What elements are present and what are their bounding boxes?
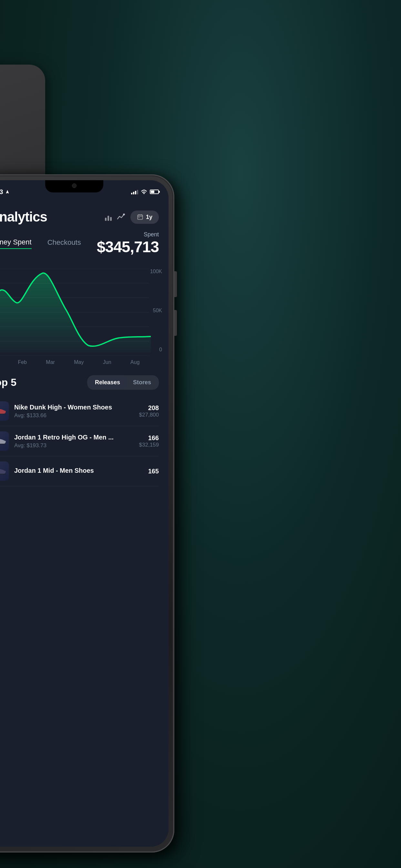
item-name-1: Nike Dunk High - Women Shoes xyxy=(14,404,134,411)
bar-chart-icon[interactable] xyxy=(105,213,112,221)
item-name-2: Jordan 1 Retro High OG - Men ... xyxy=(14,434,134,441)
calendar-icon xyxy=(137,214,143,220)
shoe-icon-2 xyxy=(0,437,6,445)
item-total-1: $27,800 xyxy=(139,412,159,418)
item-count-2: 166 xyxy=(139,434,159,442)
y-label-50k: 50K xyxy=(153,308,162,314)
y-label-100k: 100K xyxy=(150,269,162,275)
app-title: Analytics xyxy=(0,209,47,225)
period-button[interactable]: 1y xyxy=(130,211,159,224)
app-content: Analytics xyxy=(0,199,168,847)
line-chart-icon[interactable] xyxy=(117,213,125,221)
chart-fill xyxy=(0,273,151,352)
signal-icon xyxy=(131,189,138,194)
chart-y-labels: 100K 50K 0 xyxy=(150,269,162,352)
tabs-row: Money Spent Checkouts Spent $345,713 xyxy=(0,231,168,262)
top5-tabs: Releases Stores xyxy=(87,375,159,390)
tab-checkouts[interactable]: Checkouts xyxy=(48,238,81,249)
list-item-3[interactable]: Jordan 1 Mid - Men Shoes 165 xyxy=(0,456,159,486)
item-info-2: Jordan 1 Retro High OG - Men ... Avg: $1… xyxy=(14,434,134,449)
list-item-2[interactable]: Jordan 1 Retro High OG - Men ... Avg: $1… xyxy=(0,426,159,456)
wifi-icon xyxy=(141,189,147,194)
list-item-1[interactable]: Nike Dunk High - Women Shoes Avg: $133.6… xyxy=(0,396,159,426)
phone-shell: 9:03 xyxy=(0,175,174,852)
svg-point-0 xyxy=(123,213,125,215)
side-button-bottom[interactable] xyxy=(174,310,177,336)
item-avg-1: Avg: $133.66 xyxy=(14,412,134,419)
camera-dot xyxy=(72,183,76,188)
item-info-3: Jordan 1 Mid - Men Shoes xyxy=(14,467,143,476)
item-count-1: 208 xyxy=(139,404,159,412)
phone-frame: 9:03 xyxy=(0,175,194,868)
app-title-area: Analytics xyxy=(0,209,47,225)
tab-money-spent[interactable]: Money Spent xyxy=(0,238,32,249)
side-button-top[interactable] xyxy=(174,271,177,297)
status-time: 9:03 xyxy=(0,188,3,196)
phone-screen: 9:03 xyxy=(0,180,168,847)
top5-header: Top 5 Releases Stores xyxy=(0,375,159,390)
x-label-aug: Aug xyxy=(130,360,140,365)
tab-releases[interactable]: Releases xyxy=(89,376,127,389)
x-label-feb: Feb xyxy=(18,360,27,365)
x-label-may: May xyxy=(74,360,84,365)
tab-stores[interactable]: Stores xyxy=(127,376,158,389)
location-icon xyxy=(5,190,10,194)
item-thumb-3 xyxy=(0,461,9,481)
x-label-jun: Jun xyxy=(103,360,112,365)
battery-icon xyxy=(150,190,159,194)
svg-rect-1 xyxy=(137,215,143,219)
item-total-2: $32,159 xyxy=(139,442,159,448)
notch xyxy=(45,180,103,192)
item-stats-3: 165 xyxy=(148,468,159,475)
shoe-icon-3 xyxy=(0,467,6,476)
status-left: 9:03 xyxy=(0,188,10,196)
item-thumb-1 xyxy=(0,401,9,421)
item-info-1: Nike Dunk High - Women Shoes Avg: $133.6… xyxy=(14,404,134,419)
item-avg-2: Avg: $193.73 xyxy=(14,442,134,449)
item-name-3: Jordan 1 Mid - Men Shoes xyxy=(14,467,143,474)
item-count-3: 165 xyxy=(148,468,159,475)
spent-amount: $345,713 xyxy=(97,238,159,256)
item-thumb-2 xyxy=(0,431,9,451)
chart-container: 100K 50K 0 Dec Feb Mar May Jun Aug xyxy=(0,266,168,369)
chart-x-labels: Dec Feb Mar May Jun Aug xyxy=(0,356,149,369)
svg-point-5 xyxy=(138,217,140,218)
y-label-0: 0 xyxy=(159,347,162,352)
top5-section: Top 5 Releases Stores xyxy=(0,369,168,486)
period-label: 1y xyxy=(146,214,152,221)
chart-svg xyxy=(0,269,151,352)
header-right: 1y xyxy=(105,211,159,224)
item-stats-1: 208 $27,800 xyxy=(139,404,159,418)
top5-title: Top 5 xyxy=(0,376,17,389)
app-header: Analytics xyxy=(0,206,168,231)
x-label-mar: Mar xyxy=(46,360,55,365)
status-icons xyxy=(131,189,159,194)
item-stats-2: 166 $32,159 xyxy=(139,434,159,448)
shoe-icon-1 xyxy=(0,407,6,415)
spent-label: Spent xyxy=(97,231,159,238)
spent-section: Spent $345,713 xyxy=(97,231,159,256)
